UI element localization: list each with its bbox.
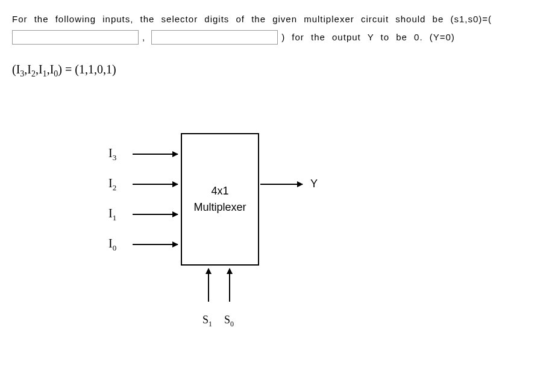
I0-I: I: [108, 237, 113, 250]
arrow-Y: [260, 184, 303, 185]
arrow-I1: [133, 214, 178, 215]
answer-s0-input[interactable]: [151, 30, 278, 45]
I3-sub: 3: [113, 153, 117, 162]
question-part1: For the following inputs, the selector d…: [12, 12, 492, 26]
mux-line1: 4x1: [211, 185, 228, 198]
eq-sub1: 1: [43, 69, 47, 78]
I1-sub: 1: [113, 213, 117, 222]
mux-box: 4x1 Multiplexer: [181, 133, 259, 266]
question-text: For the following inputs, the selector d…: [12, 12, 537, 45]
label-S1: S1: [202, 314, 212, 329]
arrow-I2: [133, 184, 178, 185]
I0-sub: 0: [113, 243, 117, 252]
arrow-I0: [133, 244, 178, 245]
arrow-I3: [133, 154, 178, 155]
S1-sub: 1: [209, 320, 212, 328]
arrow-S0: [229, 269, 230, 302]
label-I1: I1: [108, 207, 116, 223]
mux-line2: Multiplexer: [193, 201, 246, 214]
S0-sub: 0: [230, 320, 234, 328]
eq-equals: =: [62, 63, 75, 76]
I2-sub: 2: [113, 183, 117, 192]
label-I3: I3: [108, 146, 116, 163]
input-equation: (I3,I2,I1,I0) = (1,1,0,1): [12, 63, 537, 79]
eq-lparen: (: [12, 63, 16, 76]
label-I0: I0: [108, 237, 116, 253]
label-I2: I2: [108, 176, 116, 193]
I2-I: I: [108, 176, 113, 190]
answer-s1-input[interactable]: [12, 30, 139, 45]
eq-rhs: (1,1,0,1): [75, 63, 116, 76]
eq-sub2: 2: [31, 69, 36, 78]
I3-I: I: [108, 146, 113, 160]
multiplexer-diagram: I3 I2 I1 I0 4x1 Multiplexer Y S1 S0: [108, 133, 410, 350]
question-part2: ) for the output Y to be 0. (Y=0): [281, 30, 455, 45]
label-S0: S0: [224, 314, 234, 329]
S1-S: S: [202, 314, 209, 326]
eq-I2: I: [27, 63, 31, 76]
arrow-S1: [208, 269, 209, 302]
S0-S: S: [224, 314, 230, 326]
eq-I1: I: [39, 63, 43, 76]
comma-separator: ,: [142, 30, 145, 45]
label-Y: Y: [310, 178, 318, 190]
I1-I: I: [108, 207, 113, 220]
